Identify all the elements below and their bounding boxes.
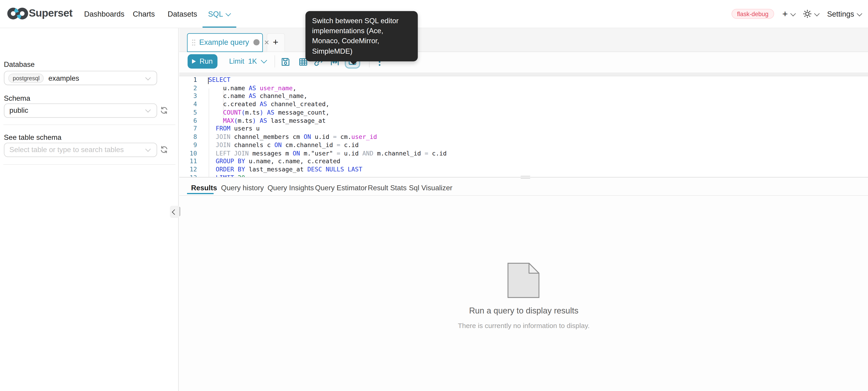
new-menu[interactable]: + xyxy=(782,9,795,19)
line-number: 5 xyxy=(179,109,197,117)
table-select[interactable]: Select table or type to search tables xyxy=(4,142,157,157)
code-line: GROUP BY u.name, c.name, c.created xyxy=(208,158,446,166)
code-line: JOIN channels c ON cm.channel_id = c.id xyxy=(208,141,446,150)
sun-icon xyxy=(803,9,812,18)
chevron-down-icon xyxy=(790,11,796,16)
run-label: Run xyxy=(199,57,213,65)
toolbar-divider xyxy=(275,55,275,67)
line-number: 1 xyxy=(179,76,197,85)
limit-value: 1K xyxy=(248,57,257,65)
empty-document-icon xyxy=(507,263,539,298)
nav-item-dashboards[interactable]: Dashboards xyxy=(84,10,124,18)
chevron-down-icon xyxy=(261,57,268,63)
database-select[interactable]: postgresql examples xyxy=(4,71,157,85)
line-number: 11 xyxy=(179,158,197,166)
save-query-icon[interactable] xyxy=(280,57,290,67)
navbar-right: flask-debug + Settings xyxy=(732,0,861,28)
limit-dropdown[interactable]: Limit 1K xyxy=(229,54,266,68)
theme-menu[interactable] xyxy=(803,9,819,18)
editor-code[interactable]: SELECT u.name AS user_name, c.name AS ch… xyxy=(208,76,446,177)
line-number: 3 xyxy=(179,93,197,101)
environment-badge: flask-debug xyxy=(732,9,774,19)
collapse-sidebar-button[interactable] xyxy=(170,206,179,218)
line-number: 9 xyxy=(179,141,197,150)
nav-active-indicator xyxy=(203,26,236,28)
code-line: MAX(m.ts) AS last_message_at xyxy=(208,117,446,125)
line-number: 12 xyxy=(179,166,197,174)
code-line: JOIN channel_members cm ON u.id = cm.use… xyxy=(208,133,446,142)
settings-menu[interactable]: Settings xyxy=(827,10,861,18)
tab-sql-visualizer[interactable]: Sql Visualizer xyxy=(409,184,453,192)
schema-select-value: public xyxy=(9,106,28,115)
plus-icon: + xyxy=(782,9,788,19)
chevron-left-icon xyxy=(172,209,177,215)
editor-tabstrip: Example query × + xyxy=(179,28,868,52)
code-line: c.created AS channel_created, xyxy=(208,101,446,109)
chevron-down-icon xyxy=(225,11,231,17)
editor-gutter: 12345678910111213 xyxy=(179,76,197,177)
settings-label: Settings xyxy=(827,10,854,18)
table-select-placeholder: Select table or type to search tables xyxy=(9,145,124,154)
code-line: FROM users u xyxy=(208,125,446,133)
code-line: LIMIT 20 xyxy=(208,174,446,177)
line-number: 7 xyxy=(179,125,197,133)
unsaved-changes-dot xyxy=(253,39,259,45)
drag-handle-icon[interactable] xyxy=(191,38,196,46)
tab-query-estimator[interactable]: Query Estimator xyxy=(315,184,367,192)
empty-state-title: Run a query to display results xyxy=(179,306,868,315)
line-number: 2 xyxy=(179,85,197,93)
close-tab-icon[interactable]: × xyxy=(264,38,269,46)
refresh-tables-icon[interactable] xyxy=(160,145,168,154)
editor-toolbar: Run Limit 1K xyxy=(179,52,868,72)
superset-sql-lab: Superset Dashboards Charts Datasets SQL … xyxy=(0,0,868,391)
nav-item-sql[interactable]: SQL xyxy=(208,10,230,18)
chevron-down-icon xyxy=(145,75,151,80)
line-number: 10 xyxy=(179,150,197,158)
play-icon xyxy=(192,59,196,63)
editor-top-edge xyxy=(179,72,868,76)
tab-results[interactable]: Results xyxy=(191,184,217,192)
refresh-schemas-icon[interactable] xyxy=(160,106,168,115)
limit-label: Limit xyxy=(229,57,244,65)
chevron-down-icon xyxy=(814,11,819,16)
run-button[interactable]: Run xyxy=(187,54,217,68)
tab-query-insights[interactable]: Query Insights xyxy=(268,184,314,192)
database-label: Database xyxy=(4,60,35,68)
editor-switch-tooltip: Switch between SQL editor implementation… xyxy=(306,11,418,61)
chevron-down-icon xyxy=(145,107,151,112)
chevron-down-icon xyxy=(857,11,862,16)
code-line: LEFT JOIN messages m ON m."user" = u.id … xyxy=(208,150,446,158)
code-line: SELECT xyxy=(208,76,446,85)
superset-logo-icon[interactable] xyxy=(7,6,29,21)
brand-wordmark: Superset xyxy=(29,7,72,20)
line-number: 6 xyxy=(179,117,197,125)
database-select-value: examples xyxy=(49,74,79,82)
new-tab-button[interactable]: + xyxy=(266,33,284,52)
line-number: 13 xyxy=(179,174,197,177)
sidebar-divider xyxy=(3,164,176,164)
tab-query-history[interactable]: Query history xyxy=(221,184,264,192)
resize-grip[interactable] xyxy=(521,176,530,176)
empty-state-subtitle: There is currently no information to dis… xyxy=(179,322,868,329)
code-line: COUNT(m.ts) AS message_count, xyxy=(208,109,446,117)
tab-result-stats[interactable]: Result Stats xyxy=(368,184,407,192)
sql-editor-panel: Example query × + Run Limit 1K xyxy=(179,28,868,391)
table-schema-label: See table schema xyxy=(4,133,61,141)
line-number: 8 xyxy=(179,133,197,142)
south-pane-tabs: Results Query history Query Insights Que… xyxy=(179,178,868,195)
line-number: 4 xyxy=(179,101,197,109)
schema-select[interactable]: public xyxy=(4,103,157,118)
navbar: Superset Dashboards Charts Datasets SQL … xyxy=(0,0,868,28)
code-line: c.name AS channel_name, xyxy=(208,93,446,101)
nav-item-charts[interactable]: Charts xyxy=(133,10,155,18)
active-tab-indicator xyxy=(187,193,214,194)
code-line: ORDER BY last_message_at DESC NULLS LAST xyxy=(208,166,446,174)
database-engine-badge: postgresql xyxy=(8,73,44,83)
sql-lab-sidebar: Database postgresql examples Schema publ… xyxy=(0,28,179,391)
query-tab[interactable]: Example query × xyxy=(187,33,263,52)
chevron-down-icon xyxy=(145,146,151,152)
sql-code-editor[interactable]: 12345678910111213 SELECT u.name AS user_… xyxy=(179,72,868,177)
tooltip-text: Switch between SQL editor implementation… xyxy=(312,17,399,55)
schema-label: Schema xyxy=(4,94,30,102)
nav-item-datasets[interactable]: Datasets xyxy=(168,10,197,18)
